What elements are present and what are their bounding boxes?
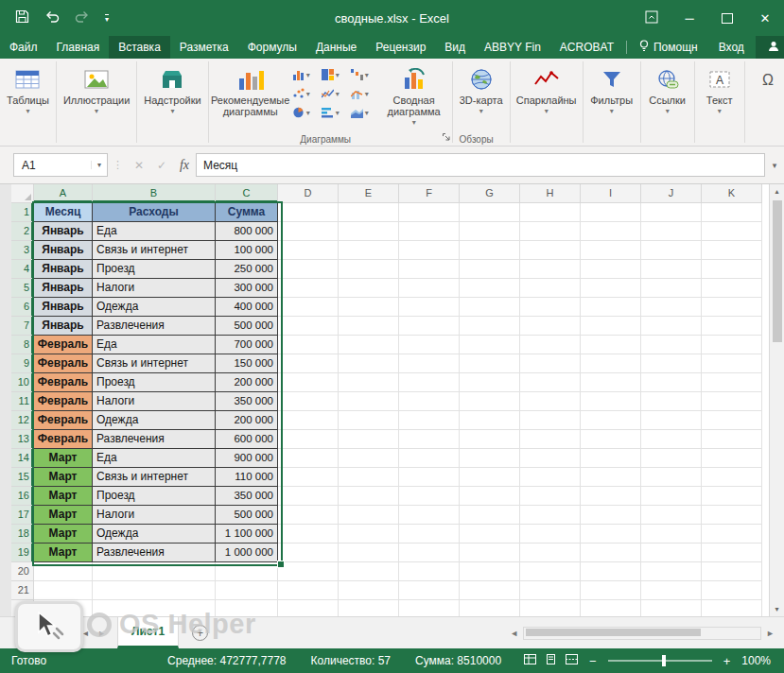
cell-D18[interactable] — [278, 525, 339, 544]
cell-G18[interactable] — [460, 525, 520, 544]
row-header-5[interactable]: 5 — [11, 279, 34, 298]
cell-K4[interactable] — [702, 260, 762, 279]
tab-data[interactable]: Данные — [306, 36, 366, 59]
insert-line-chart-button[interactable]: ▾ — [320, 85, 349, 104]
cell-F16[interactable] — [399, 487, 460, 506]
cell-J2[interactable] — [641, 222, 702, 241]
row-header-9[interactable]: 9 — [11, 354, 34, 373]
tab-view[interactable]: Вид — [435, 36, 475, 59]
cell-I15[interactable] — [581, 468, 641, 487]
cell-B21[interactable] — [93, 581, 216, 600]
cell-G2[interactable] — [460, 222, 520, 241]
cell-C6[interactable]: 400 000 — [216, 298, 278, 317]
scroll-left-icon[interactable]: ◄ — [510, 629, 518, 638]
cell-C19[interactable]: 1 000 000 — [216, 544, 278, 562]
cell-D10[interactable] — [278, 373, 339, 392]
symbols-button[interactable]: Ω — [747, 60, 784, 130]
cell-A12[interactable]: Февраль — [34, 411, 93, 430]
cell-K22[interactable] — [702, 600, 762, 616]
tab-abbyy[interactable]: ABBYY Fin — [475, 36, 550, 59]
col-header-B[interactable]: B — [93, 184, 216, 203]
cell-J19[interactable] — [641, 544, 702, 562]
cell-J6[interactable] — [641, 298, 702, 317]
cell-B5[interactable]: Налоги — [93, 279, 216, 298]
sign-in-button[interactable]: Вход — [707, 36, 756, 59]
cell-I6[interactable] — [581, 298, 641, 317]
row-header-21[interactable]: 21 — [11, 581, 34, 600]
cell-I18[interactable] — [581, 525, 641, 544]
cell-D15[interactable] — [278, 468, 339, 487]
row-header-4[interactable]: 4 — [11, 260, 34, 279]
cell-G5[interactable] — [460, 279, 520, 298]
cell-K21[interactable] — [702, 581, 762, 600]
add-sheet-button[interactable]: + — [192, 625, 208, 641]
cell-E21[interactable] — [339, 581, 399, 600]
cell-C4[interactable]: 250 000 — [216, 260, 278, 279]
cell-H21[interactable] — [520, 581, 581, 600]
cell-B12[interactable]: Одежда — [93, 411, 216, 430]
cell-E12[interactable] — [339, 411, 399, 430]
cell-E10[interactable] — [339, 373, 399, 392]
cell-G15[interactable] — [460, 468, 520, 487]
cell-C10[interactable]: 200 000 — [216, 373, 278, 392]
insert-hierarchy-chart-button[interactable]: ▾ — [320, 66, 349, 85]
cell-F11[interactable] — [399, 392, 460, 411]
cell-J4[interactable] — [641, 260, 702, 279]
cell-B20[interactable] — [93, 562, 216, 581]
cell-D6[interactable] — [278, 298, 339, 317]
cell-B13[interactable]: Развлечения — [93, 430, 216, 449]
sheet-nav-right-icon[interactable]: ▸ — [99, 628, 104, 638]
undo-button[interactable] — [44, 10, 60, 26]
illustrations-button[interactable]: Иллюстрации ▾ — [59, 60, 134, 130]
insert-scatter-chart-button[interactable]: ▾ — [290, 85, 320, 104]
cell-A8[interactable]: Февраль — [34, 336, 93, 354]
cell-H7[interactable] — [520, 317, 581, 336]
cell-D8[interactable] — [278, 336, 339, 354]
vertical-scrollbar[interactable]: ▴ ▾ — [769, 184, 784, 616]
cell-B16[interactable]: Проезд — [93, 487, 216, 506]
tab-assistant[interactable]: Помощн — [630, 36, 707, 59]
cell-C3[interactable]: 100 000 — [216, 241, 278, 260]
cell-I4[interactable] — [581, 260, 641, 279]
cell-B19[interactable]: Развлечения — [93, 544, 216, 562]
cell-J11[interactable] — [641, 392, 702, 411]
cell-B7[interactable]: Развлечения — [93, 317, 216, 336]
confirm-entry-button[interactable]: ✓ — [150, 159, 173, 172]
insert-combo-chart-button[interactable]: ▾ — [349, 85, 378, 104]
cell-J17[interactable] — [641, 506, 702, 525]
cell-D19[interactable] — [278, 544, 339, 562]
insert-area-chart-button[interactable]: ▾ — [349, 104, 378, 123]
cell-H3[interactable] — [520, 241, 581, 260]
tab-review[interactable]: Рецензир — [366, 36, 435, 59]
cell-C1[interactable]: Сумма — [216, 203, 278, 222]
cell-J14[interactable] — [641, 449, 702, 468]
customize-quick-access-button[interactable]: ▾ — [105, 14, 109, 23]
tab-file[interactable]: Файл — [0, 36, 47, 59]
cell-I12[interactable] — [581, 411, 641, 430]
formula-input[interactable]: Месяц — [196, 153, 765, 177]
cell-E15[interactable] — [339, 468, 399, 487]
row-header-10[interactable]: 10 — [11, 373, 34, 392]
cell-E14[interactable] — [339, 449, 399, 468]
cell-I10[interactable] — [581, 373, 641, 392]
links-button[interactable]: Ссылки ▾ — [643, 60, 692, 130]
cell-F4[interactable] — [399, 260, 460, 279]
select-all-corner[interactable] — [11, 184, 34, 203]
cell-F10[interactable] — [399, 373, 460, 392]
cell-H6[interactable] — [520, 298, 581, 317]
cell-D11[interactable] — [278, 392, 339, 411]
cell-K9[interactable] — [702, 354, 762, 373]
cell-G12[interactable] — [460, 411, 520, 430]
cell-K5[interactable] — [702, 279, 762, 298]
cell-K1[interactable] — [702, 203, 762, 222]
cell-A3[interactable]: Январь — [34, 241, 93, 260]
sparklines-button[interactable]: Спарклайны ▾ — [513, 60, 581, 130]
cell-F8[interactable] — [399, 336, 460, 354]
cell-F19[interactable] — [399, 544, 460, 562]
cell-I2[interactable] — [581, 222, 641, 241]
minimize-button[interactable]: ─ — [671, 0, 708, 36]
cell-F2[interactable] — [399, 222, 460, 241]
col-header-F[interactable]: F — [399, 184, 460, 203]
cell-F9[interactable] — [399, 354, 460, 373]
row-header-16[interactable]: 16 — [11, 487, 34, 506]
